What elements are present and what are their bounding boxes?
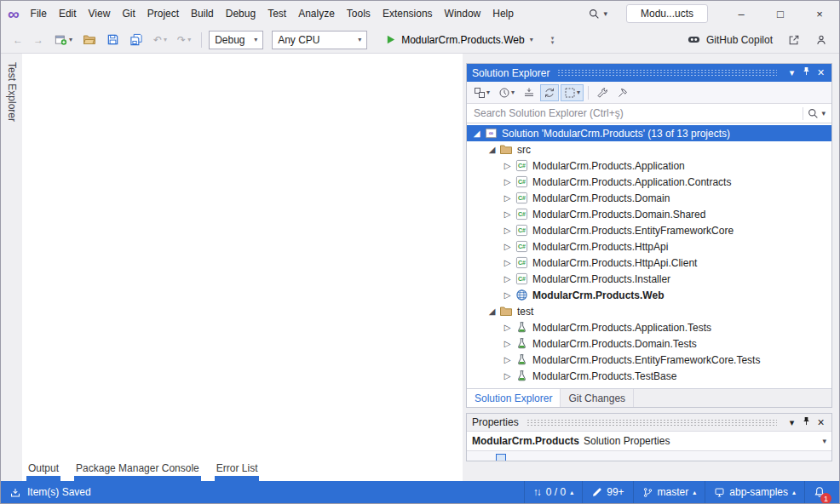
navigate-backward-button[interactable]: ← xyxy=(9,31,26,49)
window-position-button[interactable]: ▾ xyxy=(785,66,799,80)
close-button[interactable]: × xyxy=(800,1,839,26)
tree-item[interactable]: ◢test xyxy=(467,303,831,319)
collapse-all-button[interactable] xyxy=(520,84,538,101)
drag-grip[interactable] xyxy=(526,419,777,427)
tree-expander-icon[interactable]: ▷ xyxy=(501,226,514,235)
send-feedback-button[interactable] xyxy=(812,31,831,49)
tree-expander-icon[interactable]: ◢ xyxy=(486,145,498,154)
save-button[interactable] xyxy=(103,30,123,49)
titlebar-search-button[interactable]: ▾ xyxy=(584,6,613,22)
tree-item[interactable]: ▷ModularCrm.Products.EntityFrameworkCore… xyxy=(467,352,831,368)
tree-expander-icon[interactable]: ▷ xyxy=(501,258,514,267)
save-all-button[interactable] xyxy=(126,30,147,49)
tree-item[interactable]: ▷ModularCrm.Products.TestBase xyxy=(467,368,831,384)
tree-item[interactable]: ◢src xyxy=(467,141,831,158)
maximize-button[interactable]: □ xyxy=(761,1,800,26)
line-counter-value: 0 / 0 xyxy=(546,486,566,498)
menu-test[interactable]: Test xyxy=(262,4,292,23)
menu-view[interactable]: View xyxy=(83,4,117,23)
sync-with-active-document-button[interactable] xyxy=(540,84,559,101)
tree-item[interactable]: ▷C#ModularCrm.Products.HttpApi.Client xyxy=(467,255,831,271)
tree-expander-icon[interactable]: ▷ xyxy=(501,209,514,219)
tree-expander-icon[interactable]: ◢ xyxy=(486,306,498,316)
minimize-button[interactable]: – xyxy=(722,1,761,26)
tree-expander-icon[interactable]: ▷ xyxy=(501,371,514,381)
show-all-files-button[interactable]: ▾ xyxy=(561,84,584,101)
properties-header[interactable]: Properties ▾ × xyxy=(467,414,831,432)
menu-analyze[interactable]: Analyze xyxy=(292,4,341,23)
menu-extensions[interactable]: Extensions xyxy=(377,4,439,23)
bottom-tab-output[interactable]: Output xyxy=(26,462,60,481)
chevron-down-icon[interactable]: ▾ xyxy=(821,109,826,117)
notifications-button[interactable]: 1 xyxy=(804,481,839,503)
pending-edits-status[interactable]: 99+ xyxy=(582,481,632,503)
solution-explorer-header[interactable]: Solution Explorer ▾ × xyxy=(467,64,831,82)
tree-item[interactable]: ▷ModularCrm.Products.Application.Tests xyxy=(467,319,831,335)
undo-button[interactable]: ↶▾ xyxy=(150,31,170,49)
tree-item[interactable]: ▷C#ModularCrm.Products.Domain.Shared xyxy=(467,206,831,222)
panel-tab-git-changes[interactable]: Git Changes xyxy=(561,389,634,407)
window-position-button[interactable]: ▾ xyxy=(785,415,799,430)
tree-expander-icon[interactable]: ▷ xyxy=(501,355,514,364)
panel-tab-solution-explorer[interactable]: Solution Explorer xyxy=(467,389,561,407)
close-panel-button[interactable]: × xyxy=(814,66,828,80)
repository-name: abp-samples xyxy=(729,486,788,498)
window-title[interactable]: Modu...ucts xyxy=(626,4,708,23)
tree-expander-icon[interactable]: ▷ xyxy=(501,290,514,300)
share-button[interactable] xyxy=(785,31,803,49)
preview-selected-items-button[interactable] xyxy=(613,84,632,101)
tree-item[interactable]: ▷C#ModularCrm.Products.Domain xyxy=(467,190,831,206)
bottom-tab-error-list[interactable]: Error List xyxy=(215,462,260,481)
navigate-forward-button[interactable]: → xyxy=(30,31,47,49)
github-copilot-button[interactable]: GitHub Copilot xyxy=(683,31,776,49)
tree-expander-icon[interactable]: ▷ xyxy=(501,323,514,332)
menu-build[interactable]: Build xyxy=(185,4,220,23)
tree-expander-icon[interactable]: ▷ xyxy=(501,274,514,284)
solution-search-input[interactable] xyxy=(474,107,798,119)
pending-changes-filter-button[interactable]: ▾ xyxy=(495,84,518,101)
tree-expander-icon[interactable]: ◢ xyxy=(470,129,483,138)
tree-expander-icon[interactable]: ▷ xyxy=(501,177,514,186)
platform-combobox[interactable]: Any CPU ▾ xyxy=(272,31,367,49)
tree-item[interactable]: ▷ModularCrm.Products.Domain.Tests xyxy=(467,335,831,352)
tree-item[interactable]: ◢∞Solution 'ModularCrm.Products' (13 of … xyxy=(467,125,831,141)
menu-project[interactable]: Project xyxy=(141,4,185,23)
search-icon[interactable] xyxy=(808,108,819,119)
menu-edit[interactable]: Edit xyxy=(53,4,83,23)
tab-test-explorer[interactable]: Test Explorer xyxy=(1,54,22,481)
switch-views-button[interactable]: ▾ xyxy=(470,84,493,101)
menu-help[interactable]: Help xyxy=(486,4,520,23)
git-branch-status[interactable]: master ▴ xyxy=(633,481,705,503)
configuration-combobox[interactable]: Debug ▾ xyxy=(209,31,263,49)
menu-file[interactable]: File xyxy=(25,4,53,23)
tree-item[interactable]: ▷C#ModularCrm.Products.Application.Contr… xyxy=(467,174,831,190)
properties-object-combobox[interactable]: ModularCrm.Products Solution Properties … xyxy=(467,432,831,451)
menu-window[interactable]: Window xyxy=(439,4,487,23)
tree-expander-icon[interactable]: ▷ xyxy=(501,242,514,251)
pin-button[interactable] xyxy=(799,415,814,430)
properties-button[interactable] xyxy=(593,84,612,101)
open-file-button[interactable] xyxy=(79,30,100,49)
categorized-view-icon[interactable] xyxy=(496,454,506,461)
menu-tools[interactable]: Tools xyxy=(341,4,377,23)
tree-expander-icon[interactable]: ▷ xyxy=(501,161,514,170)
start-debugging-button[interactable]: ModularCrm.Products.Web ▾ xyxy=(377,31,541,49)
tree-expander-icon[interactable]: ▷ xyxy=(501,339,514,348)
toolbar-overflow-button[interactable]: ▾ ▾ xyxy=(549,34,556,46)
pin-button[interactable] xyxy=(799,66,814,80)
tree-item[interactable]: ▷C#ModularCrm.Products.HttpApi xyxy=(467,238,831,255)
redo-button[interactable]: ↷▾ xyxy=(174,31,194,49)
menu-debug[interactable]: Debug xyxy=(220,4,262,23)
drag-grip[interactable] xyxy=(557,69,777,77)
git-repository-status[interactable]: abp-samples ▴ xyxy=(705,481,804,503)
bottom-tab-package-manager-console[interactable]: Package Manager Console xyxy=(74,462,201,481)
tree-item[interactable]: ▷C#ModularCrm.Products.Installer xyxy=(467,271,831,287)
tree-item[interactable]: ▷C#ModularCrm.Products.EntityFrameworkCo… xyxy=(467,222,831,238)
new-project-button[interactable]: ▾ xyxy=(50,30,76,49)
close-panel-button[interactable]: × xyxy=(814,415,828,430)
tree-item[interactable]: ▷C#ModularCrm.Products.Application xyxy=(467,158,831,174)
line-operations-status[interactable]: ↑↓ 0 / 0 ▴ xyxy=(524,481,582,503)
menu-git[interactable]: Git xyxy=(116,4,141,23)
tree-expander-icon[interactable]: ▷ xyxy=(501,193,514,203)
tree-item[interactable]: ▷ModularCrm.Products.Web xyxy=(467,287,831,303)
